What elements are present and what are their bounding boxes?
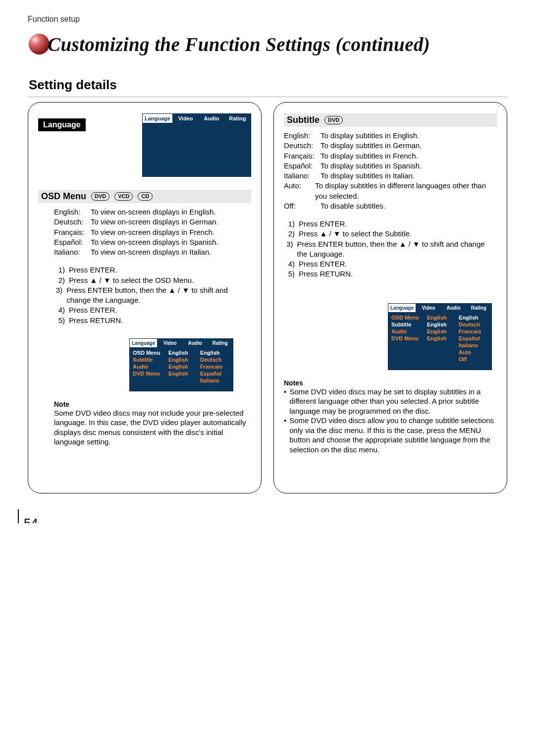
mm-r0c2: English [168,350,200,356]
step-num-5: 5) [54,316,65,325]
right-note-2-text: Some DVD video discs allow you to change… [289,416,497,454]
mm2-r3c3: Español [459,335,488,341]
sub-k-5: Auto: [284,181,312,201]
mm2-r4c1 [391,342,427,348]
mm-r4c1 [133,378,168,383]
bullet-icon: • [284,416,286,454]
mm-r4c2 [168,378,200,383]
mm2-r4c2 [427,342,459,348]
subtitle-steps: 1)Press ENTER. 2)Press ▲ / ▼ to select t… [284,219,497,279]
rstep-5: Press RETURN. [299,269,353,279]
sub-k-0: English: [284,131,318,141]
mm2-r5c2 [427,349,459,355]
mm2-tab-rating: Rating [466,304,491,312]
mm2-r2c3: Francais [459,328,488,334]
mm2-r4c3: Italiano [459,342,488,348]
left-panel: Language Language Video Audio Rating OSD… [28,102,262,493]
tab-audio[interactable]: Audio [199,114,224,123]
mm2-r6c1 [391,356,427,362]
osd-step-1: Press ENTER. [69,265,117,275]
mm-r3c1: DVD Menu [133,371,168,377]
subtitle-heading-text: Subtitle [287,115,320,125]
right-note-1-text: Some DVD video discs may be set to displ… [289,387,497,416]
bullet-icon: • [284,387,286,416]
mm-r2c3: Francais [200,364,230,370]
sub-k-3: Español: [284,161,318,171]
mm-r4c3: Italiano [200,378,230,383]
mm-r2c2: English [168,364,200,370]
mm-r1c2: English [168,357,200,363]
tab-rating[interactable]: Rating [225,114,251,123]
mm2-tab-video: Video [416,304,441,312]
osd-note: Note Some DVD video discs may not includ… [38,400,251,447]
right-note-2: •Some DVD video discs allow you to chang… [284,416,497,454]
rstep-num-1: 1) [284,219,295,229]
mm2-r2c2: English [427,328,459,334]
mm2-r0c2: English [427,315,459,321]
section-heading: Setting details [28,75,507,97]
sub-k-2: Français: [284,151,318,161]
sub-k-4: Italiano: [284,171,318,181]
disc-badge-cd: CD [138,192,153,201]
page-title: Customizing the Function Settings (conti… [48,33,430,55]
subtitle-notes: Notes •Some DVD video discs may be set t… [284,379,497,455]
mm2-r5c3: Auto [459,349,488,355]
mm-r3c2: English [168,371,200,377]
mm2-r1c2: English [427,322,459,327]
osd-k-2: Français: [54,227,88,237]
disc-badge-vcd: VCD [114,192,133,201]
mm2-r1c1: Subtitle [391,322,427,327]
rstep-num-5: 5) [284,269,295,279]
sub-v-6: To disable subtitles. [321,201,385,211]
mm-tab-language: Language [130,339,158,347]
language-label: Language [38,118,86,131]
osd-k-3: Español: [54,237,88,247]
mm-tab-rating: Rating [208,339,233,347]
notes-head: Notes [284,379,497,387]
mm-r2c1: Audio [133,364,168,370]
sub-v-3: To display subtitles in Spanish. [321,161,422,171]
sub-k-1: Deutsch: [284,141,318,151]
mm2-r3c2: English [427,335,459,341]
osd-step-3: Press ENTER button, then the ▲ / ▼ to sh… [66,285,251,306]
right-note-1: •Some DVD video discs may be set to disp… [284,387,497,416]
mm2-r5c1 [391,349,427,355]
page-number: 54 [18,509,38,523]
sub-k-6: Off: [284,201,318,211]
step-num-3: 3) [54,285,62,306]
note-head: Note [54,400,249,408]
osd-desc-list: English:To view on-screen displays in En… [38,207,251,257]
mm2-r6c2 [427,356,459,362]
disc-badge-dvd: DVD [91,192,109,201]
svg-point-0 [29,34,50,54]
tab-video[interactable]: Video [173,114,199,123]
sub-v-2: To display subtitles in French. [321,151,418,161]
tab-language[interactable]: Language [143,114,173,123]
osd-k-4: Italiano: [54,247,88,257]
osd-mini-menu: Language Video Audio Rating OSD MenuEngl… [129,338,233,391]
osd-steps: 1)Press ENTER. 2)Press ▲ / ▼ to select t… [38,265,251,325]
mm2-tab-audio: Audio [441,304,467,312]
subtitle-mini-menu: Language Video Audio Rating OSD MenuEngl… [388,303,492,370]
rstep-2: Press ▲ / ▼ to select the Subtitle. [299,229,412,239]
subtitle-heading: Subtitle DVD [284,113,497,127]
mm-tab-video: Video [158,339,183,347]
osd-step-4: Press ENTER. [69,305,117,315]
osd-k-0: English: [54,207,88,217]
rstep-num-3: 3) [284,239,293,260]
mm2-r0c3: English [459,315,488,321]
osd-v-1: To view on-screen displays in German. [91,217,218,227]
sub-v-4: To display subtitles in Italian. [321,171,415,181]
disc-badge-dvd-r: DVD [324,116,343,124]
osd-heading-text: OSD Menu [41,191,86,202]
osd-menu-heading: OSD Menu DVD VCD CD [38,190,251,203]
settings-tab-box: Language Video Audio Rating [142,113,251,177]
rstep-3: Press ENTER button, then the ▲ / ▼ to sh… [297,239,497,260]
mm-tab-audio: Audio [183,339,208,347]
step-num-4: 4) [54,305,65,315]
breadcrumb: Function setup [28,15,507,24]
osd-step-5: Press RETURN. [69,316,123,325]
mm-r1c1: Subtitle [133,357,168,363]
page-title-wrap: Customizing the Function Settings (conti… [28,33,507,55]
mm2-r0c1: OSD Menu [391,315,427,321]
